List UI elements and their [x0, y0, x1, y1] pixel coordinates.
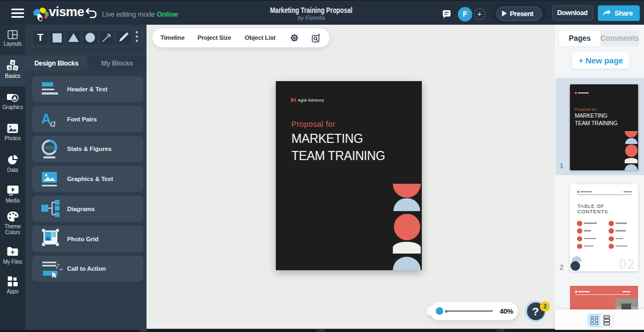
svg-text:B: B: [8, 66, 11, 70]
svg-text:40%: 40%: [45, 145, 55, 150]
svg-text:A: A: [11, 61, 14, 65]
